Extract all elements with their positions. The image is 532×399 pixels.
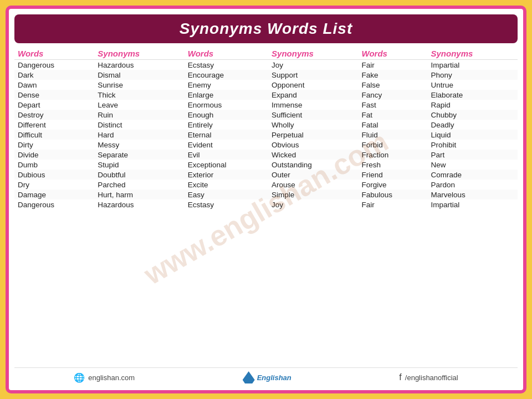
synonym-cell: Joy [268,60,358,70]
footer: 🌐 englishan.com Englishan f /englishanof… [14,367,518,385]
col-header-synonyms2: Synonyms [268,48,358,60]
word-cell: Fabulous [359,190,428,200]
synonym-cell: Wholly [268,120,358,130]
word-cell: Divide [14,150,94,160]
table-row: DifferentDistinctEntirelyWhollyFatalDead… [14,120,518,130]
word-cell: Dangerous [14,200,94,209]
synonym-cell: Part [427,150,518,160]
synonym-cell: Perpetual [268,130,358,140]
word-cell: Fluid [359,130,428,140]
col-header-words2: Words [185,48,268,60]
table-row: DirtyMessyEvidentObviousForbidProhibit [14,140,518,150]
synonym-cell: New [427,160,518,170]
main-container: Synonyms Words List www.englishan.com Wo… [6,6,526,393]
word-cell: Ecstasy [185,200,268,209]
synonym-cell: Liquid [427,130,518,140]
word-cell: Fair [359,60,428,70]
synonym-cell: Sunrise [94,80,184,90]
synonym-cell: Hurt, harm [94,190,184,200]
word-cell: Fat [359,110,428,120]
word-cell: Dangerous [14,60,94,70]
col-header-synonyms3: Synonyms [427,48,518,60]
synonym-cell: Doubtful [94,170,184,180]
word-cell: Ecstasy [185,60,268,70]
table-row: DenseThickEnlargeExpandFancyElaborate [14,90,518,100]
facebook-icon: f [399,372,401,382]
synonym-cell: Opponent [268,80,358,90]
synonym-cell: Thick [94,90,184,100]
word-cell: Exterior [185,170,268,180]
word-cell: Damage [14,190,94,200]
website-label: englishan.com [88,374,135,382]
synonym-cell: Separate [94,150,184,160]
synonym-cell: Chubby [427,110,518,120]
synonym-cell: Deadly [427,120,518,130]
synonym-cell: Immense [268,100,358,110]
table-row: DamageHurt, harmEasySimpleFabulousMarvel… [14,190,518,200]
word-cell: Excite [185,180,268,190]
word-cell: Evil [185,150,268,160]
word-cell: Destroy [14,110,94,120]
synonym-cell: Sufficient [268,110,358,120]
synonym-cell: Comrade [427,170,518,180]
synonym-cell: Dismal [94,70,184,80]
synonym-cell: Hazardous [94,200,184,209]
synonym-cell: Impartial [427,200,518,209]
brand-label: Englishan [257,374,291,382]
table-row: DryParchedExciteArouseForgivePardon [14,180,518,190]
title-bar: Synonyms Words List [14,14,518,43]
word-cell: Enlarge [185,90,268,100]
word-cell: Dawn [14,80,94,90]
synonym-cell: Phony [427,70,518,80]
synonym-cell: Messy [94,140,184,150]
footer-website: 🌐 englishan.com [74,372,135,383]
word-cell: Dubious [14,170,94,180]
col-header-words1: Words [14,48,94,60]
word-cell: Difficult [14,130,94,140]
synonym-cell: Hazardous [94,60,184,70]
synonym-cell: Impartial [427,60,518,70]
col-header-words3: Words [359,48,428,60]
word-cell: Enormous [185,100,268,110]
word-cell: Dense [14,90,94,100]
synonym-cell: Support [268,70,358,80]
word-cell: False [359,80,428,90]
synonym-cell: Parched [94,180,184,190]
word-cell: Fresh [359,160,428,170]
word-cell: Exceptional [185,160,268,170]
word-cell: Depart [14,100,94,110]
word-cell: Entirely [185,120,268,130]
word-cell: Enemy [185,80,268,90]
footer-social: f /englishanofficial [399,372,458,382]
table-row: DivideSeparateEvilWickedFractionPart [14,150,518,160]
brand-logo-icon [243,371,255,383]
synonym-cell: Obvious [268,140,358,150]
word-cell: Dark [14,70,94,80]
word-cell: Encourage [185,70,268,80]
synonym-cell: Untrue [427,80,518,90]
synonyms-table: Words Synonyms Words Synonyms Words Syno… [14,48,518,209]
synonym-cell: Joy [268,200,358,209]
word-cell: Dry [14,180,94,190]
synonym-cell: Distinct [94,120,184,130]
synonym-cell: Prohibit [427,140,518,150]
synonym-cell: Wicked [268,150,358,160]
word-cell: Fair [359,200,428,209]
synonym-cell: Simple [268,190,358,200]
table-row: DubiousDoubtfulExteriorOuterFriendComrad… [14,170,518,180]
word-cell: Eternal [185,130,268,140]
word-cell: Forbid [359,140,428,150]
footer-brand: Englishan [243,371,291,383]
synonym-cell: Ruin [94,110,184,120]
word-cell: Fast [359,100,428,110]
word-cell: Easy [185,190,268,200]
word-cell: Fake [359,70,428,80]
table-row: DawnSunriseEnemyOpponentFalseUntrue [14,80,518,90]
word-cell: Fatal [359,120,428,130]
table-row: DestroyRuinEnoughSufficientFatChubby [14,110,518,120]
synonym-cell: Arouse [268,180,358,190]
synonym-cell: Outstanding [268,160,358,170]
synonym-cell: Outer [268,170,358,180]
table-row: DangerousHazardousEcstasyJoyFairImpartia… [14,200,518,209]
synonym-cell: Rapid [427,100,518,110]
